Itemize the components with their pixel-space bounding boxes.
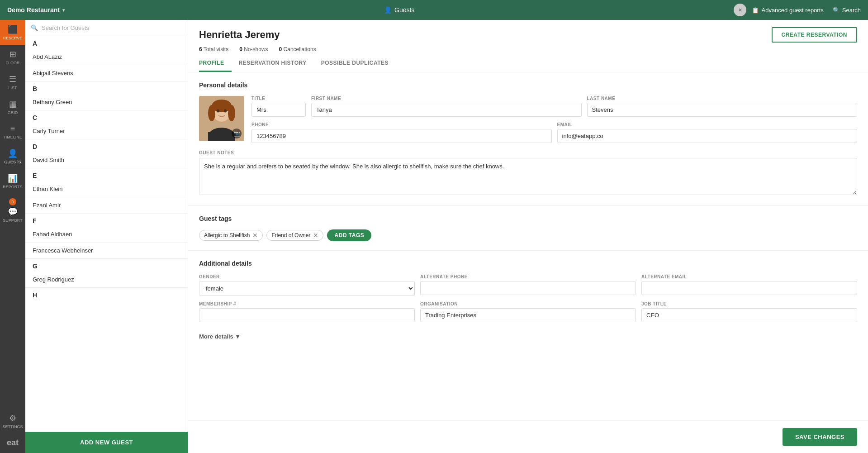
sidebar-label-floor: FLOOR [5,61,19,65]
sidebar-item-reports[interactable]: 📊 REPORTS [0,169,25,194]
search-icon: 🔍 [833,7,840,14]
list-item[interactable]: David Smith [25,152,188,168]
alternate-phone-field-group: ALTERNATE PHONE [420,274,636,296]
personal-fields: TITLE FIRST NAME LAST NAME [251,96,857,143]
sidebar-item-reserve[interactable]: ⬛ RESERVE [0,20,25,45]
section-divider-2 [188,250,868,251]
search-input[interactable] [42,24,182,31]
more-details-label: More details [199,333,233,340]
search-link[interactable]: 🔍 Search [833,7,861,14]
list-item[interactable]: Carly Turner [25,123,188,139]
list-item[interactable]: Ezani Amir [25,197,188,214]
camera-icon[interactable]: 📷 [232,129,242,138]
guests-icon: 👤 [384,6,392,14]
main-content: Henrietta Jeremy CREATE RESERVATION 6 To… [188,20,868,453]
add-tags-button[interactable]: ADD TAGS [327,229,371,241]
phone-label: PHONE [251,122,552,127]
additional-details-section: Additional details GENDER female male ot… [199,260,857,322]
alternate-phone-input[interactable] [420,281,636,295]
first-name-label: FIRST NAME [311,96,582,101]
section-letter-h: H [25,288,188,300]
sidebar-item-list[interactable]: ☰ LIST [0,70,25,95]
last-name-input[interactable] [587,103,858,117]
advanced-reports-link[interactable]: 📋 Advanced guest reports [752,7,823,14]
gender-select[interactable]: female male other [199,281,415,296]
save-changes-button[interactable]: SAVE CHANGES [783,428,857,446]
sidebar-label-list: LIST [8,86,17,90]
personal-details-row: 📷 TITLE FIRST NAME [199,96,857,143]
sidebar-item-timeline[interactable]: ≡ TIMELINE [0,119,25,144]
tag-label-friend: Friend of Owner [271,232,310,238]
tab-profile[interactable]: PROFILE [199,56,232,72]
list-item[interactable]: Abigail Stevens [25,65,188,81]
create-reservation-button[interactable]: CREATE RESERVATION [772,27,857,43]
add-guest-button[interactable]: ADD NEW GUEST [25,432,188,453]
tab-possible-duplicates[interactable]: POSSIBLE DUPLICATES [314,56,396,72]
title-input[interactable] [251,103,306,117]
guest-list-scroll: A Abd ALaziz Abigail Stevens B Bethany G… [25,36,188,432]
restaurant-name: Demo Restaurant [7,6,60,14]
tag-remove-shellfish[interactable]: ✕ [252,232,258,238]
contact-fields-row: PHONE EMAIL [251,122,857,143]
list-item[interactable]: Bethany Green [25,94,188,110]
gender-label: GENDER [199,274,415,279]
tag-remove-friend[interactable]: ✕ [313,232,318,238]
phone-input[interactable] [251,129,552,143]
organisation-field-group: ORGANISATION [420,301,636,322]
email-input[interactable] [557,129,858,143]
floor-icon: ⊞ [9,49,16,59]
tab-reservation-history[interactable]: RESERVATION HISTORY [232,56,314,72]
sidebar-label-reports: REPORTS [3,185,22,189]
alternate-email-input[interactable] [641,281,857,295]
sidebar-item-settings[interactable]: ⚙ SETTINGS [0,409,25,434]
restaurant-selector[interactable]: Demo Restaurant ▾ [7,6,65,14]
chevron-down-icon: ▾ [236,333,239,340]
logo-badge: ✕ [734,4,746,16]
sidebar-item-eat: eat [0,434,25,453]
first-name-input[interactable] [311,103,582,117]
more-details-toggle[interactable]: More details ▾ [199,331,857,340]
phone-field-group: PHONE [251,122,552,143]
guest-notes-textarea[interactable] [199,158,857,195]
last-name-field-group: LAST NAME [587,96,858,117]
list-item[interactable]: Fahad Aldhaen [25,226,188,243]
section-letter-g: G [25,259,188,272]
organisation-input[interactable] [420,308,636,322]
list-item[interactable]: Abd ALaziz [25,49,188,65]
sidebar-label-support: SUPPORT [3,218,22,223]
nav-center: 👤 Guests [70,6,729,14]
sidebar-item-support[interactable]: 0 💬 SUPPORT [0,194,25,227]
total-visits-stat: 6 Total visits [199,46,228,52]
reports-icon: 📊 [8,173,18,183]
guest-notes-section: GUEST NOTES [199,150,857,196]
list-item[interactable]: Ethan Klein [25,181,188,197]
membership-input[interactable] [199,308,415,322]
sidebar-item-grid[interactable]: ▦ GRID [0,95,25,119]
first-name-field-group: FIRST NAME [311,96,582,117]
profile-content: Personal details [188,72,868,420]
sidebar-label-grid: GRID [8,110,18,115]
tag-chip-friend: Friend of Owner ✕ [266,230,323,241]
support-icon: 💬 [8,207,18,217]
sidebar-label-guests: GUESTS [4,160,21,164]
reports-icon: 📋 [752,7,759,14]
organisation-label: ORGANISATION [420,301,636,306]
chevron-down-icon: ▾ [62,8,65,13]
guest-name: Henrietta Jeremy [199,29,280,41]
guests-icon: 👤 [8,148,18,158]
sidebar-label-reserve: RESERVE [3,36,23,40]
nav-guests-label: Guests [394,6,414,14]
job-title-label: JOB TITLE [641,301,857,306]
list-item[interactable]: Francesca Webheinser [25,243,188,259]
membership-label: MEMBERSHIP # [199,301,415,306]
section-letter-b: B [25,81,188,94]
avatar: 📷 [199,96,244,141]
job-title-input[interactable] [641,308,857,322]
svg-point-4 [208,105,215,121]
sidebar-item-guests[interactable]: 👤 GUESTS [0,144,25,169]
guest-stats: 6 Total visits 0 No-shows 0 Cancellation… [199,46,857,52]
sidebar-item-floor[interactable]: ⊞ FLOOR [0,45,25,70]
section-letter-e: E [25,168,188,181]
list-item[interactable]: Greg Rodriguez [25,272,188,288]
title-label: TITLE [251,96,306,101]
